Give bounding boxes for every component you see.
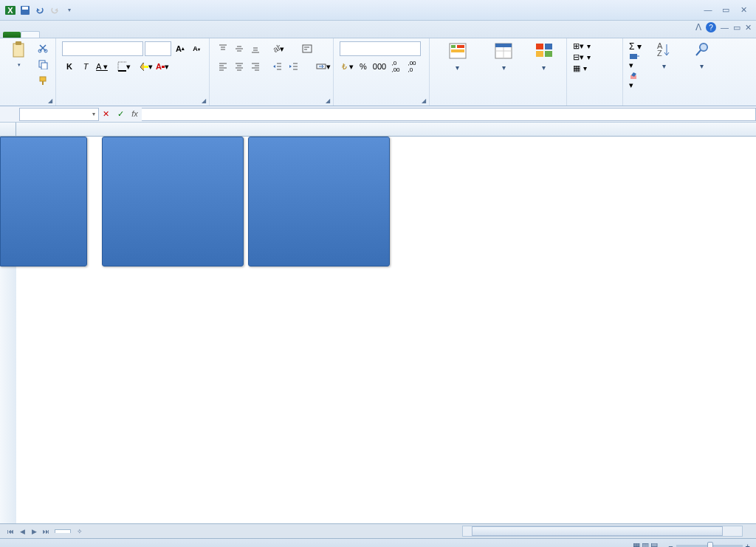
tab-addins[interactable] bbox=[146, 32, 164, 38]
increase-indent-icon[interactable] bbox=[286, 59, 301, 74]
fx-icon[interactable]: fx bbox=[131, 109, 138, 119]
svg-text:X: X bbox=[7, 6, 13, 15]
cancel-formula-icon[interactable]: ✕ bbox=[103, 109, 109, 119]
decrease-font-icon[interactable]: A▾ bbox=[189, 41, 204, 56]
svg-rect-50 bbox=[545, 51, 552, 57]
accounting-format-icon[interactable]: ₺▾ bbox=[340, 59, 354, 74]
format-as-table-button[interactable]: ▾ bbox=[484, 41, 523, 72]
insert-cells-icon[interactable]: ⊞▾ bbox=[573, 41, 584, 51]
doc-close-icon[interactable]: ✕ bbox=[745, 23, 752, 32]
doc-minimize-icon[interactable]: — bbox=[721, 23, 729, 32]
autosum-icon[interactable]: Σ ▾ bbox=[629, 41, 642, 52]
tab-page-layout[interactable] bbox=[58, 32, 75, 38]
page-break-view-icon[interactable]: ▤ bbox=[650, 541, 658, 547]
page-layout-view-icon[interactable]: ▥ bbox=[642, 541, 649, 547]
cells-group-label bbox=[573, 94, 616, 104]
redo-icon[interactable] bbox=[49, 4, 61, 16]
bold-icon[interactable]: K bbox=[62, 59, 77, 74]
help-icon[interactable]: ? bbox=[706, 22, 716, 32]
new-sheet-icon[interactable]: ✧ bbox=[74, 528, 86, 535]
align-right-icon[interactable] bbox=[248, 59, 263, 74]
sheet-nav-prev-icon[interactable]: ◀ bbox=[16, 528, 28, 535]
find-select-button[interactable]: ▾ bbox=[687, 41, 717, 70]
svg-rect-4 bbox=[13, 44, 24, 57]
svg-rect-48 bbox=[545, 44, 552, 49]
name-box[interactable]: ▾ bbox=[19, 108, 99, 121]
copy-icon[interactable] bbox=[36, 58, 49, 71]
zoom-out-icon[interactable]: − bbox=[668, 542, 673, 548]
format-painter-icon[interactable] bbox=[36, 74, 49, 87]
select-all-corner[interactable] bbox=[0, 123, 16, 136]
number-format-select[interactable] bbox=[340, 41, 421, 56]
sort-filter-button[interactable]: AZ ▾ bbox=[646, 41, 683, 70]
conditional-format-button[interactable]: ▾ bbox=[436, 41, 479, 72]
fill-icon[interactable]: ▾ bbox=[629, 53, 642, 70]
sheet-nav-first-icon[interactable]: ⏮ bbox=[4, 528, 16, 535]
wrap-text-icon[interactable] bbox=[292, 41, 322, 56]
align-center-icon[interactable] bbox=[232, 59, 247, 74]
font-family-select[interactable] bbox=[62, 41, 143, 56]
svg-rect-3 bbox=[22, 7, 28, 10]
ribbon-minimize-icon[interactable]: ᐱ bbox=[695, 22, 701, 32]
restore-icon[interactable]: ▭ bbox=[719, 5, 732, 15]
font-color-icon[interactable]: A▾ bbox=[155, 59, 170, 74]
delete-cells-icon[interactable]: ⊟▾ bbox=[573, 52, 584, 62]
comma-icon[interactable]: 000 bbox=[372, 59, 387, 74]
align-top-icon[interactable] bbox=[216, 41, 230, 56]
tab-formulas[interactable] bbox=[75, 32, 93, 38]
number-launcher-icon[interactable]: ◢ bbox=[422, 97, 426, 104]
cut-icon[interactable] bbox=[36, 41, 49, 55]
svg-point-57 bbox=[700, 44, 707, 51]
clipboard-launcher-icon[interactable]: ◢ bbox=[48, 97, 52, 104]
doc-restore-icon[interactable]: ▭ bbox=[733, 23, 740, 32]
clear-icon[interactable]: ▾ bbox=[629, 72, 642, 90]
tab-home[interactable] bbox=[21, 31, 40, 38]
increase-font-icon[interactable]: A▴ bbox=[173, 41, 188, 56]
svg-rect-10 bbox=[40, 77, 46, 81]
tab-data[interactable] bbox=[93, 32, 111, 38]
italic-icon[interactable]: T bbox=[78, 59, 93, 74]
orientation-icon[interactable]: ab▾ bbox=[270, 41, 285, 56]
sheet-nav-next-icon[interactable]: ▶ bbox=[28, 528, 40, 535]
increase-decimal-icon[interactable]: ,0,00 bbox=[388, 59, 403, 74]
tab-insert[interactable] bbox=[40, 32, 58, 38]
font-size-select[interactable] bbox=[145, 41, 171, 56]
underline-icon[interactable]: A ▾ bbox=[94, 59, 109, 74]
formula-input[interactable] bbox=[142, 108, 756, 121]
svg-rect-40 bbox=[451, 45, 456, 48]
align-left-icon[interactable] bbox=[216, 59, 230, 74]
note-left-fragment bbox=[0, 137, 87, 266]
decrease-decimal-icon[interactable]: ,00,0 bbox=[405, 59, 419, 74]
save-icon[interactable] bbox=[19, 4, 31, 16]
svg-text:ab: ab bbox=[272, 44, 280, 54]
border-icon[interactable]: ▾ bbox=[117, 59, 131, 74]
zoom-in-icon[interactable]: + bbox=[746, 542, 750, 548]
svg-rect-49 bbox=[536, 51, 543, 57]
align-bottom-icon[interactable] bbox=[248, 41, 263, 56]
qat-customize-icon[interactable]: ▾ bbox=[63, 4, 75, 16]
svg-rect-11 bbox=[42, 81, 44, 85]
enter-formula-icon[interactable]: ✓ bbox=[117, 109, 124, 119]
normal-view-icon[interactable]: ▦ bbox=[633, 541, 640, 547]
font-launcher-icon[interactable]: ◢ bbox=[202, 97, 206, 104]
svg-rect-12 bbox=[118, 62, 126, 71]
paste-button[interactable]: ▾ bbox=[6, 41, 32, 68]
zoom-slider[interactable] bbox=[676, 545, 743, 548]
sheet-nav-last-icon[interactable]: ⏭ bbox=[40, 528, 52, 535]
decrease-indent-icon[interactable] bbox=[270, 59, 285, 74]
format-cells-icon[interactable]: ▦ bbox=[573, 63, 580, 73]
undo-icon[interactable] bbox=[34, 4, 46, 16]
align-middle-icon[interactable] bbox=[232, 41, 247, 56]
file-tab[interactable] bbox=[3, 32, 21, 38]
svg-text:₺: ₺ bbox=[342, 62, 347, 71]
horizontal-scrollbar[interactable] bbox=[462, 526, 743, 537]
tab-review[interactable] bbox=[111, 32, 128, 38]
close-icon[interactable]: ✕ bbox=[737, 5, 750, 15]
tab-view[interactable] bbox=[128, 32, 146, 38]
percent-icon[interactable]: % bbox=[356, 59, 371, 74]
alignment-launcher-icon[interactable]: ◢ bbox=[326, 97, 330, 104]
minimize-icon[interactable]: — bbox=[701, 5, 715, 15]
cell-styles-button[interactable]: ▾ bbox=[528, 41, 560, 72]
sheet-tab-active[interactable] bbox=[55, 529, 71, 533]
fill-color-icon[interactable]: ▾ bbox=[139, 59, 154, 74]
